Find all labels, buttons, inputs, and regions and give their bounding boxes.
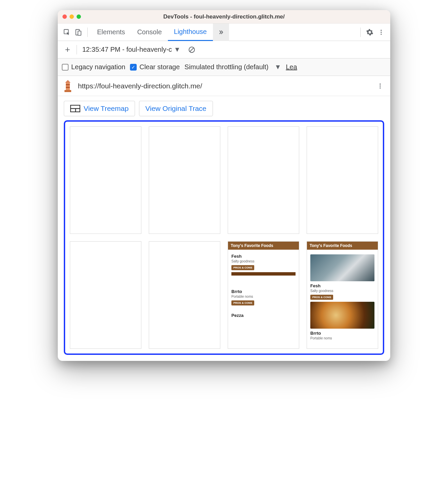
throttling-label: Simulated throttling (default) [184, 63, 268, 71]
tab-console[interactable]: Console [131, 24, 168, 41]
settings-gear-icon[interactable] [364, 27, 375, 38]
separator [87, 28, 88, 37]
clear-storage-checkbox[interactable]: ✓ Clear storage [130, 63, 180, 71]
svg-rect-11 [66, 87, 70, 88]
learn-more-link[interactable]: Lea [286, 63, 297, 71]
svg-point-15 [379, 87, 380, 88]
thumb-burrito-image [310, 302, 374, 329]
svg-point-14 [379, 85, 380, 86]
svg-rect-9 [66, 83, 70, 90]
window-title: DevTools - foul-heavenly-direction.glitc… [58, 13, 390, 20]
tab-elements[interactable]: Elements [91, 24, 131, 41]
traffic-lights [62, 14, 81, 19]
more-tabs-button[interactable] [213, 24, 229, 41]
treemap-icon [70, 105, 80, 112]
pros-cons-badge: PROS & CONS [231, 265, 254, 270]
minimize-window-button[interactable] [70, 14, 74, 19]
view-treemap-label: View Treemap [84, 105, 129, 113]
thumb-item-title: Fesh [231, 254, 296, 259]
report-url-bar: https://foul-heavenly-direction.glitch.m… [58, 76, 390, 96]
svg-marker-8 [65, 80, 71, 83]
thumb-header: Tony's Favorite Foods [307, 242, 378, 250]
thumb-item-title: Brrto [310, 331, 374, 336]
filmstrip-frame[interactable]: Tony's Favorite Foods Fesh Salty goodnes… [228, 241, 299, 349]
legacy-navigation-label: Legacy navigation [71, 63, 125, 71]
filmstrip-frame[interactable] [70, 241, 141, 349]
svg-point-5 [380, 34, 382, 35]
thumb-image-placeholder [231, 272, 296, 276]
pros-cons-badge: PROS & CONS [310, 295, 333, 300]
view-treemap-button[interactable]: View Treemap [64, 101, 135, 116]
devtools-tabstrip: Elements Console Lighthouse [58, 24, 390, 41]
filmstrip-frame[interactable] [70, 126, 141, 234]
lighthouse-options-bar: Legacy navigation ✓ Clear storage Simula… [58, 58, 390, 76]
thumb-item-title: Pezza [231, 313, 296, 318]
report-selector[interactable]: 12:35:47 PM - foul-heavenly-c ▼ [80, 46, 183, 53]
svg-point-3 [380, 30, 382, 31]
more-options-icon[interactable] [375, 27, 387, 38]
svg-rect-2 [78, 31, 81, 35]
report-url: https://foul-heavenly-direction.glitch.m… [78, 82, 370, 90]
thumb-header: Tony's Favorite Foods [228, 242, 299, 250]
report-menu-icon[interactable] [375, 81, 386, 91]
throttling-dropdown[interactable]: ▼ [274, 63, 281, 71]
thumb-item-subtitle: Salty goodness [310, 289, 374, 293]
dropdown-caret-icon: ▼ [174, 46, 181, 53]
pros-cons-badge: PROS & CONS [231, 300, 254, 305]
filmstrip-frame[interactable] [149, 126, 220, 234]
svg-point-4 [380, 32, 382, 33]
thumb-item-title: Brrto [231, 289, 296, 294]
thumb-item-subtitle: Portable noms [231, 295, 296, 298]
svg-rect-10 [66, 84, 70, 85]
filmstrip-frame[interactable] [228, 126, 299, 234]
titlebar: DevTools - foul-heavenly-direction.glitc… [58, 10, 390, 24]
clear-report-icon[interactable] [188, 46, 195, 53]
svg-rect-12 [64, 90, 71, 92]
separator [360, 28, 361, 37]
thumb-fish-image [310, 254, 374, 281]
report-toolbar: + 12:35:47 PM - foul-heavenly-c ▼ [58, 41, 390, 58]
maximize-window-button[interactable] [77, 14, 81, 19]
thumb-item-title: Fesh [310, 283, 374, 288]
thumb-item-subtitle: Portable noms [310, 336, 374, 340]
svg-line-7 [190, 48, 193, 51]
view-original-trace-button[interactable]: View Original Trace [139, 101, 213, 116]
new-report-button[interactable]: + [61, 43, 74, 56]
thumb-item-subtitle: Salty goodness [231, 259, 296, 263]
filmstrip-frame[interactable] [149, 241, 220, 349]
close-window-button[interactable] [62, 14, 67, 19]
checkbox-icon [62, 64, 69, 71]
separator [77, 45, 77, 54]
svg-point-13 [379, 83, 380, 84]
clear-storage-label: Clear storage [139, 63, 180, 71]
report-selector-label: 12:35:47 PM - foul-heavenly-c [82, 46, 172, 53]
device-toolbar-icon[interactable] [73, 27, 84, 38]
thumb-body: Fesh Salty goodness PROS & CONS Brrto Po… [307, 250, 378, 345]
devtools-window: DevTools - foul-heavenly-direction.glitc… [58, 10, 390, 361]
thumb-body: Fesh Salty goodness PROS & CONS Brrto Po… [228, 250, 299, 321]
checkbox-checked-icon: ✓ [130, 64, 137, 71]
inspect-element-icon[interactable] [61, 27, 73, 38]
filmstrip-frame[interactable]: Tony's Favorite Foods Fesh Salty goodnes… [307, 241, 378, 349]
tab-lighthouse[interactable]: Lighthouse [168, 24, 213, 41]
report-action-buttons: View Treemap View Original Trace [58, 96, 390, 118]
filmstrip-frame[interactable] [307, 126, 378, 234]
legacy-navigation-checkbox[interactable]: Legacy navigation [62, 63, 125, 71]
lighthouse-logo-icon [62, 79, 73, 93]
filmstrip-container: Tony's Favorite Foods Fesh Salty goodnes… [64, 120, 384, 355]
view-original-trace-label: View Original Trace [145, 105, 207, 113]
